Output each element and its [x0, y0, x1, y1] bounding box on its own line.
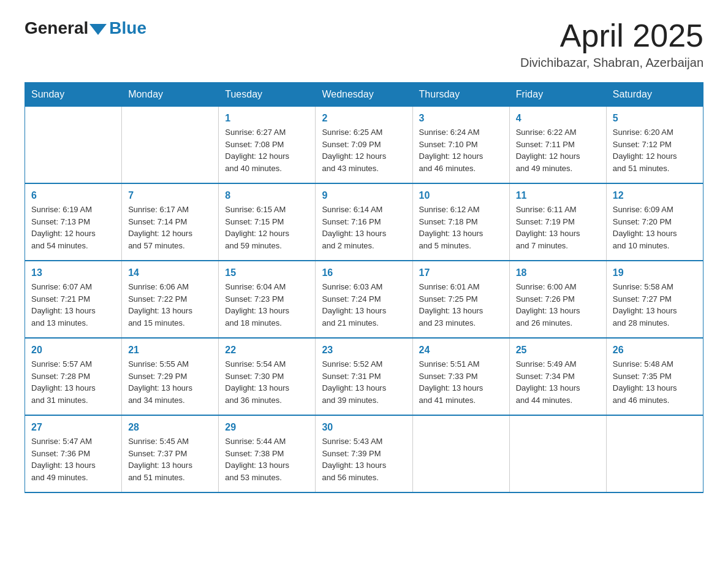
calendar-cell: 15Sunrise: 6:04 AM Sunset: 7:23 PM Dayli… [219, 261, 316, 338]
day-info: Sunrise: 6:14 AM Sunset: 7:16 PM Dayligh… [322, 204, 406, 251]
calendar-cell: 18Sunrise: 6:00 AM Sunset: 7:26 PM Dayli… [509, 261, 606, 338]
calendar-cell: 17Sunrise: 6:01 AM Sunset: 7:25 PM Dayli… [412, 261, 509, 338]
calendar-cell [606, 415, 703, 492]
day-info: Sunrise: 6:12 AM Sunset: 7:18 PM Dayligh… [419, 204, 503, 251]
calendar-cell: 10Sunrise: 6:12 AM Sunset: 7:18 PM Dayli… [412, 183, 509, 261]
calendar-cell: 5Sunrise: 6:20 AM Sunset: 7:12 PM Daylig… [606, 107, 703, 184]
weekday-header-thursday: Thursday [412, 83, 509, 107]
day-info: Sunrise: 5:48 AM Sunset: 7:35 PM Dayligh… [613, 358, 697, 406]
calendar-week-row: 6Sunrise: 6:19 AM Sunset: 7:13 PM Daylig… [25, 183, 703, 261]
day-number: 5 [613, 113, 697, 124]
calendar-cell: 23Sunrise: 5:52 AM Sunset: 7:31 PM Dayli… [316, 338, 412, 415]
weekday-header-tuesday: Tuesday [219, 83, 316, 107]
day-info: Sunrise: 6:15 AM Sunset: 7:15 PM Dayligh… [225, 204, 309, 251]
calendar-cell: 8Sunrise: 6:15 AM Sunset: 7:15 PM Daylig… [219, 183, 316, 261]
month-title: April 2025 [520, 18, 703, 53]
day-number: 14 [128, 267, 212, 278]
day-info: Sunrise: 5:54 AM Sunset: 7:30 PM Dayligh… [225, 358, 309, 406]
calendar-cell: 3Sunrise: 6:24 AM Sunset: 7:10 PM Daylig… [412, 107, 509, 184]
calendar-cell: 6Sunrise: 6:19 AM Sunset: 7:13 PM Daylig… [25, 183, 122, 261]
calendar-cell: 22Sunrise: 5:54 AM Sunset: 7:30 PM Dayli… [219, 338, 316, 415]
day-number: 18 [516, 267, 600, 278]
calendar-cell [25, 107, 122, 184]
day-number: 22 [225, 345, 309, 356]
day-number: 19 [613, 267, 697, 278]
weekday-header-wednesday: Wednesday [316, 83, 412, 107]
day-number: 17 [419, 267, 503, 278]
day-info: Sunrise: 5:51 AM Sunset: 7:33 PM Dayligh… [419, 358, 503, 406]
day-number: 26 [613, 345, 697, 356]
location-title: Divichibazar, Shabran, Azerbaijan [520, 56, 703, 70]
calendar-cell: 1Sunrise: 6:27 AM Sunset: 7:08 PM Daylig… [219, 107, 316, 184]
day-number: 1 [225, 113, 309, 124]
day-number: 20 [31, 345, 115, 356]
day-number: 7 [128, 190, 212, 201]
day-info: Sunrise: 6:07 AM Sunset: 7:21 PM Dayligh… [31, 281, 115, 329]
calendar-cell: 12Sunrise: 6:09 AM Sunset: 7:20 PM Dayli… [606, 183, 703, 261]
calendar-cell: 26Sunrise: 5:48 AM Sunset: 7:35 PM Dayli… [606, 338, 703, 415]
calendar-cell: 2Sunrise: 6:25 AM Sunset: 7:09 PM Daylig… [316, 107, 412, 184]
calendar-cell: 28Sunrise: 5:45 AM Sunset: 7:37 PM Dayli… [122, 415, 219, 492]
day-info: Sunrise: 6:00 AM Sunset: 7:26 PM Dayligh… [516, 281, 600, 329]
calendar-cell: 25Sunrise: 5:49 AM Sunset: 7:34 PM Dayli… [509, 338, 606, 415]
day-info: Sunrise: 6:06 AM Sunset: 7:22 PM Dayligh… [128, 281, 212, 329]
day-number: 29 [225, 422, 309, 433]
day-number: 6 [31, 190, 115, 201]
page-header: General Blue April 2025 Divichibazar, Sh… [25, 18, 703, 70]
calendar-cell: 21Sunrise: 5:55 AM Sunset: 7:29 PM Dayli… [122, 338, 219, 415]
day-number: 4 [516, 113, 600, 124]
day-number: 28 [128, 422, 212, 433]
day-number: 8 [225, 190, 309, 201]
calendar-cell: 14Sunrise: 6:06 AM Sunset: 7:22 PM Dayli… [122, 261, 219, 338]
calendar-cell: 20Sunrise: 5:57 AM Sunset: 7:28 PM Dayli… [25, 338, 122, 415]
day-info: Sunrise: 6:09 AM Sunset: 7:20 PM Dayligh… [613, 204, 697, 251]
weekday-header-saturday: Saturday [606, 83, 703, 107]
day-number: 9 [322, 190, 406, 201]
day-number: 11 [516, 190, 600, 201]
calendar-cell: 13Sunrise: 6:07 AM Sunset: 7:21 PM Dayli… [25, 261, 122, 338]
weekday-header-row: SundayMondayTuesdayWednesdayThursdayFrid… [25, 83, 703, 107]
day-info: Sunrise: 6:27 AM Sunset: 7:08 PM Dayligh… [225, 126, 309, 174]
calendar-table: SundayMondayTuesdayWednesdayThursdayFrid… [25, 82, 703, 493]
calendar-cell: 27Sunrise: 5:47 AM Sunset: 7:36 PM Dayli… [25, 415, 122, 492]
day-number: 2 [322, 113, 406, 124]
calendar-week-row: 1Sunrise: 6:27 AM Sunset: 7:08 PM Daylig… [25, 107, 703, 184]
calendar-week-row: 13Sunrise: 6:07 AM Sunset: 7:21 PM Dayli… [25, 261, 703, 338]
calendar-cell: 19Sunrise: 5:58 AM Sunset: 7:27 PM Dayli… [606, 261, 703, 338]
day-number: 10 [419, 190, 503, 201]
day-number: 24 [419, 345, 503, 356]
day-info: Sunrise: 5:45 AM Sunset: 7:37 PM Dayligh… [128, 435, 212, 483]
calendar-week-row: 20Sunrise: 5:57 AM Sunset: 7:28 PM Dayli… [25, 338, 703, 415]
day-info: Sunrise: 5:52 AM Sunset: 7:31 PM Dayligh… [322, 358, 406, 406]
weekday-header-friday: Friday [509, 83, 606, 107]
calendar-cell: 7Sunrise: 6:17 AM Sunset: 7:14 PM Daylig… [122, 183, 219, 261]
calendar-cell: 16Sunrise: 6:03 AM Sunset: 7:24 PM Dayli… [316, 261, 412, 338]
logo: General Blue [25, 18, 146, 38]
day-number: 21 [128, 345, 212, 356]
day-info: Sunrise: 6:04 AM Sunset: 7:23 PM Dayligh… [225, 281, 309, 329]
day-number: 15 [225, 267, 309, 278]
day-info: Sunrise: 6:17 AM Sunset: 7:14 PM Dayligh… [128, 204, 212, 251]
day-info: Sunrise: 6:25 AM Sunset: 7:09 PM Dayligh… [322, 126, 406, 174]
title-section: April 2025 Divichibazar, Shabran, Azerba… [520, 18, 703, 70]
day-number: 23 [322, 345, 406, 356]
day-number: 3 [419, 113, 503, 124]
day-number: 27 [31, 422, 115, 433]
day-number: 12 [613, 190, 697, 201]
day-info: Sunrise: 6:03 AM Sunset: 7:24 PM Dayligh… [322, 281, 406, 329]
weekday-header-sunday: Sunday [25, 83, 122, 107]
day-info: Sunrise: 6:01 AM Sunset: 7:25 PM Dayligh… [419, 281, 503, 329]
logo-general-text: General [25, 18, 88, 38]
day-info: Sunrise: 5:49 AM Sunset: 7:34 PM Dayligh… [516, 358, 600, 406]
calendar-cell: 24Sunrise: 5:51 AM Sunset: 7:33 PM Dayli… [412, 338, 509, 415]
day-number: 25 [516, 345, 600, 356]
calendar-body: 1Sunrise: 6:27 AM Sunset: 7:08 PM Daylig… [25, 107, 703, 493]
calendar-cell: 9Sunrise: 6:14 AM Sunset: 7:16 PM Daylig… [316, 183, 412, 261]
day-info: Sunrise: 5:44 AM Sunset: 7:38 PM Dayligh… [225, 435, 309, 483]
day-info: Sunrise: 6:20 AM Sunset: 7:12 PM Dayligh… [613, 126, 697, 174]
calendar-cell: 30Sunrise: 5:43 AM Sunset: 7:39 PM Dayli… [316, 415, 412, 492]
calendar-cell: 11Sunrise: 6:11 AM Sunset: 7:19 PM Dayli… [509, 183, 606, 261]
calendar-cell: 4Sunrise: 6:22 AM Sunset: 7:11 PM Daylig… [509, 107, 606, 184]
day-info: Sunrise: 5:58 AM Sunset: 7:27 PM Dayligh… [613, 281, 697, 329]
day-info: Sunrise: 6:19 AM Sunset: 7:13 PM Dayligh… [31, 204, 115, 251]
